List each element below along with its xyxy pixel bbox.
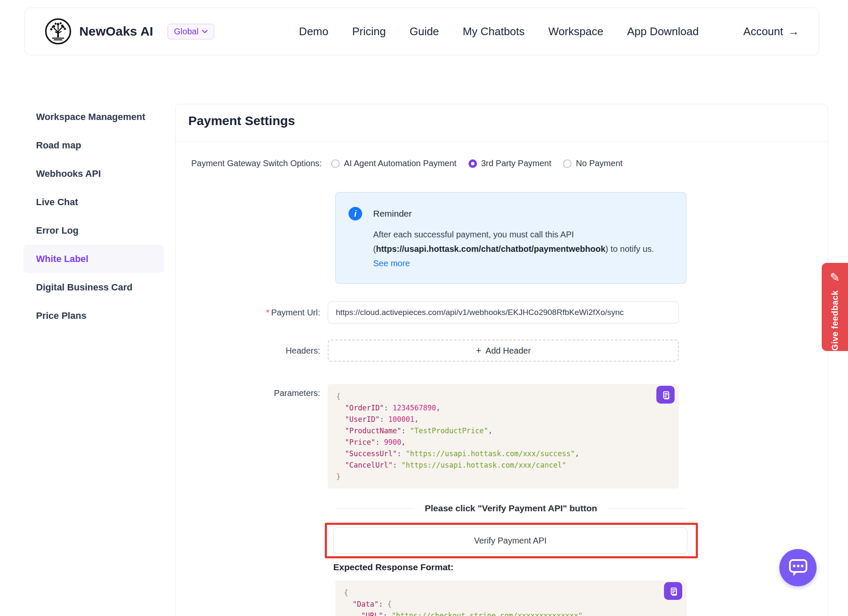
brand[interactable]: NewOaks AI Global <box>45 18 214 45</box>
pencil-icon: ✎ <box>830 270 840 284</box>
nav-item-app-download[interactable]: App Download <box>627 25 699 38</box>
radio-circle-icon <box>563 159 572 168</box>
newoaks-tree-logo-icon <box>45 18 72 45</box>
see-more-link[interactable]: See more <box>373 259 410 268</box>
nav-item-my-chatbots[interactable]: My Chatbots <box>463 25 524 38</box>
payment-url-row: *Payment Url: <box>176 301 828 323</box>
account-link[interactable]: Account → <box>743 25 799 38</box>
chat-widget-launcher[interactable] <box>779 549 817 586</box>
required-asterisk: * <box>266 308 270 317</box>
nav-item-pricing[interactable]: Pricing <box>352 25 385 38</box>
chevron-down-icon <box>202 30 208 33</box>
radio-ai-agent-automation-payment[interactable]: AI Agent Automation Payment <box>331 159 457 168</box>
reminder-api-url: https://usapi.hottask.com/chat/chatbot/p… <box>376 244 605 254</box>
sidebar-item-live-chat[interactable]: Live Chat <box>23 188 164 216</box>
copy-parameters-button[interactable] <box>656 386 675 404</box>
sidebar-item-webhooks-api[interactable]: Webhooks API <box>23 159 164 188</box>
radio-3rd-party-payment[interactable]: 3rd Party Payment <box>469 159 552 168</box>
payment-url-label: *Payment Url: <box>176 301 328 323</box>
copy-icon <box>661 390 671 400</box>
response-section: { "Data": { "URL": "https://checkout.str… <box>335 580 686 616</box>
divider-line <box>608 508 686 509</box>
nav-item-workspace[interactable]: Workspace <box>548 25 603 38</box>
chat-bubble-icon <box>779 549 817 586</box>
sidebar-item-white-label[interactable]: White Label <box>23 245 164 273</box>
main-nav: Demo Pricing Guide My Chatbots Workspace… <box>299 25 699 38</box>
verify-payment-api-button[interactable]: Verify Payment API <box>333 527 687 554</box>
radio-no-payment[interactable]: No Payment <box>563 159 622 168</box>
parameters-code-block: { "OrderID": 1234567890, "UserID": 10000… <box>328 384 679 488</box>
plus-icon: + <box>476 345 481 356</box>
region-selector[interactable]: Global <box>167 24 214 39</box>
region-label: Global <box>174 27 198 36</box>
parameters-row: Parameters: { "OrderID": 1234567890, "Us… <box>176 384 828 488</box>
radio-circle-selected-icon <box>469 159 477 168</box>
give-feedback-label: Give feedback <box>830 290 840 351</box>
verify-hint-divider: Please click "Verify Payment API" button <box>335 503 686 513</box>
copy-icon <box>668 586 678 596</box>
sidebar-item-road-map[interactable]: Road map <box>23 131 164 159</box>
parameters-label: Parameters: <box>176 384 328 488</box>
verify-hint-text: Please click "Verify Payment API" button <box>425 503 597 513</box>
payment-settings-panel: Payment Settings Payment Gateway Switch … <box>175 104 828 616</box>
divider-line <box>335 508 414 509</box>
response-code-block: { "Data": { "URL": "https://checkout.str… <box>335 580 686 616</box>
reminder-alert: i Reminder After each successful payment… <box>335 192 686 284</box>
account-label: Account <box>743 25 783 38</box>
gateway-switch-label: Payment Gateway Switch Options: <box>191 159 322 168</box>
sidebar-item-price-plans[interactable]: Price Plans <box>23 301 164 330</box>
settings-sidebar: Workspace Management Road map Webhooks A… <box>23 103 164 330</box>
copy-response-button[interactable] <box>664 582 682 600</box>
reminder-text-tail: ) to notify us. <box>605 244 654 254</box>
give-feedback-tab[interactable]: ✎ Give feedback <box>822 263 848 351</box>
nav-item-demo[interactable]: Demo <box>299 25 328 38</box>
info-icon: i <box>349 207 362 220</box>
radio-circle-icon <box>331 159 340 168</box>
headers-label: Headers: <box>176 340 328 362</box>
payment-url-input[interactable] <box>328 301 679 323</box>
headers-row: Headers: + Add Header <box>176 340 828 362</box>
arrow-right-icon: → <box>788 25 799 38</box>
brand-name: NewOaks AI <box>79 24 153 39</box>
sidebar-item-digital-business-card[interactable]: Digital Business Card <box>23 273 164 301</box>
reminder-body: After each successful payment, you must … <box>373 227 666 270</box>
page-title: Payment Settings <box>188 114 295 128</box>
add-header-label: Add Header <box>485 346 531 356</box>
sidebar-item-workspace-management[interactable]: Workspace Management <box>23 103 164 131</box>
reminder-title: Reminder <box>373 209 412 219</box>
header-divider <box>176 141 828 142</box>
expected-response-label: Expected Response Format: <box>333 562 454 572</box>
sidebar-item-error-log[interactable]: Error Log <box>23 216 164 245</box>
top-navbar: NewOaks AI Global Demo Pricing Guide My … <box>25 8 819 55</box>
nav-item-guide[interactable]: Guide <box>410 25 439 38</box>
add-header-button[interactable]: + Add Header <box>328 340 679 362</box>
gateway-switch-row: Payment Gateway Switch Options: AI Agent… <box>191 159 634 168</box>
